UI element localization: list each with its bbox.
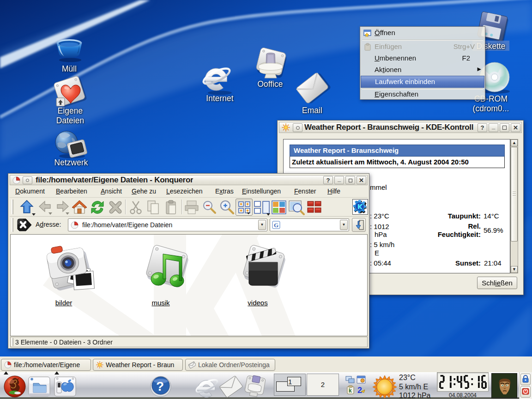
svg-text:2: 2 xyxy=(357,386,362,394)
svg-text:?: ? xyxy=(156,379,164,393)
svg-text:k: k xyxy=(349,387,352,394)
svg-text:G: G xyxy=(274,222,278,229)
